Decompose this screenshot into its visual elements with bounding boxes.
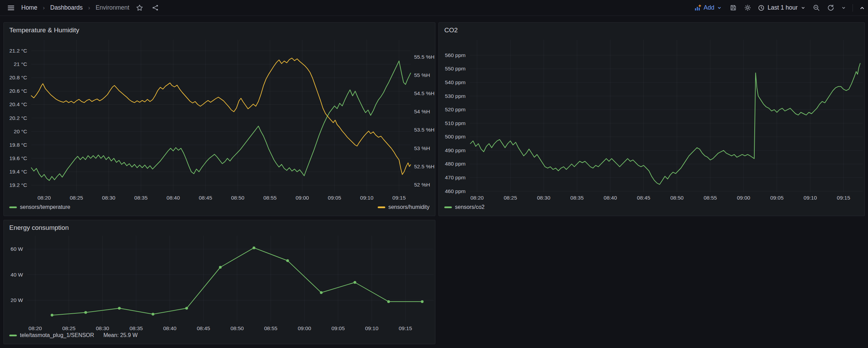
x-axis-tick-label: 08:45 bbox=[630, 195, 658, 201]
x-axis-tick-label: 08:50 bbox=[663, 195, 691, 201]
breadcrumb-home[interactable]: Home bbox=[21, 4, 37, 11]
time-range-label: Last 1 hour bbox=[767, 4, 798, 11]
caret-up-icon[interactable] bbox=[858, 2, 867, 13]
right-y-axis-tick-label: 52 %H bbox=[414, 182, 430, 188]
right-y-axis-tick-label: 55 %H bbox=[414, 72, 430, 78]
bar-chart-plus-icon bbox=[694, 4, 701, 11]
x-axis-tick-label: 08:40 bbox=[596, 195, 624, 201]
x-axis-tick-label: 08:30 bbox=[95, 195, 123, 201]
zoom-out-icon[interactable] bbox=[811, 2, 822, 13]
legend-item-tele/tasmota_plug_1/SENSOR[interactable]: tele/tasmota_plug_1/SENSORMean: 25.9 W bbox=[9, 332, 138, 338]
legend-series-name: sensors/co2 bbox=[455, 204, 484, 210]
menu-icon[interactable] bbox=[5, 2, 16, 13]
x-axis-tick-label: 08:50 bbox=[224, 195, 251, 201]
nav-divider bbox=[853, 4, 853, 12]
y-axis-tick-label: 550 ppm bbox=[445, 66, 466, 72]
legend-item-sensors/co2[interactable]: sensors/co2 bbox=[444, 204, 484, 210]
save-icon[interactable] bbox=[728, 2, 739, 13]
x-axis-tick-label: 08:55 bbox=[697, 195, 724, 201]
x-axis-tick-label: 08:45 bbox=[190, 325, 217, 332]
y-axis-tick-label: 530 ppm bbox=[445, 93, 466, 99]
legend-mean-stat: Mean: 25.9 W bbox=[103, 332, 138, 338]
refresh-icon[interactable] bbox=[825, 2, 836, 13]
series-point bbox=[354, 281, 356, 284]
x-axis-tick-label: 09:05 bbox=[324, 325, 352, 332]
series-point bbox=[320, 291, 323, 294]
y-axis-tick-label: 40 W bbox=[11, 272, 23, 278]
y-axis-tick-label: 60 W bbox=[11, 246, 23, 252]
series-point bbox=[51, 314, 54, 316]
breadcrumb-separator: › bbox=[42, 4, 46, 11]
time-range-picker[interactable]: Last 1 hour bbox=[756, 4, 807, 11]
x-axis-tick-label: 08:35 bbox=[127, 195, 155, 201]
x-axis-tick-label: 08:35 bbox=[563, 195, 591, 201]
x-axis-tick-label: 08:40 bbox=[156, 325, 184, 332]
chart-plot-area[interactable] bbox=[4, 23, 436, 216]
y-axis-tick-label: 21.2 °C bbox=[9, 48, 27, 54]
x-axis-tick-label: 09:05 bbox=[321, 195, 348, 201]
chart-plot-area[interactable] bbox=[439, 23, 865, 216]
x-axis-tick-label: 09:10 bbox=[797, 195, 824, 201]
right-y-axis-tick-label: 55.5 %H bbox=[414, 54, 434, 60]
top-nav-bar: Home › Dashboards › Environment Add Last… bbox=[0, 0, 868, 16]
series-point bbox=[387, 300, 390, 303]
breadcrumb-current-environment: Environment bbox=[95, 4, 129, 11]
panel-energy-consumption: Energy consumption 60 W40 W20 W08:2008:2… bbox=[3, 220, 435, 344]
series-point bbox=[185, 307, 188, 310]
x-axis-tick-label: 08:55 bbox=[257, 325, 285, 332]
y-axis-tick-label: 19.2 °C bbox=[9, 182, 27, 188]
breadcrumb-dashboards[interactable]: Dashboards bbox=[50, 4, 82, 11]
right-y-axis-tick-label: 53.5 %H bbox=[414, 127, 434, 133]
x-axis-tick-label: 09:15 bbox=[392, 325, 419, 332]
legend-series-name: sensors/humidity bbox=[388, 204, 430, 210]
share-icon[interactable] bbox=[150, 2, 161, 13]
x-axis-tick-label: 08:50 bbox=[224, 325, 251, 332]
x-axis-tick-label: 08:25 bbox=[55, 325, 83, 332]
y-axis-tick-label: 19.8 °C bbox=[9, 142, 27, 148]
x-axis-tick-label: 09:10 bbox=[358, 325, 386, 332]
series-point bbox=[219, 266, 222, 269]
legend: sensors/temperaturesensors/humidity bbox=[9, 204, 430, 210]
y-axis-tick-label: 560 ppm bbox=[445, 52, 466, 58]
y-axis-tick-label: 460 ppm bbox=[445, 188, 466, 194]
x-axis-tick-label: 09:00 bbox=[291, 325, 318, 332]
x-axis-tick-label: 08:20 bbox=[31, 195, 58, 201]
x-axis-tick-label: 09:10 bbox=[353, 195, 380, 201]
panel-temperature-humidity: Temperature & Humidity 21.2 °C21 °C20.8 … bbox=[3, 22, 435, 216]
breadcrumb-separator: › bbox=[88, 4, 91, 11]
refresh-interval-chevron-icon[interactable] bbox=[840, 2, 848, 13]
right-y-axis-tick-label: 52.5 %H bbox=[414, 164, 434, 170]
y-axis-tick-label: 20 °C bbox=[14, 128, 27, 135]
y-axis-tick-label: 20.8 °C bbox=[9, 75, 27, 81]
settings-icon[interactable] bbox=[742, 2, 753, 13]
x-axis-tick-label: 09:15 bbox=[830, 195, 857, 201]
legend: sensors/co2 bbox=[444, 204, 859, 210]
x-axis-tick-label: 08:30 bbox=[89, 325, 116, 332]
x-axis-tick-label: 08:25 bbox=[496, 195, 524, 201]
x-axis-tick-label: 08:35 bbox=[123, 325, 150, 332]
y-axis-tick-label: 510 ppm bbox=[445, 120, 466, 126]
y-axis-tick-label: 20 W bbox=[11, 297, 23, 303]
energy-consumption-chart: 60 W40 W20 W08:2008:2508:3008:3508:4008:… bbox=[4, 220, 435, 344]
clock-icon bbox=[758, 4, 765, 11]
series-point bbox=[421, 300, 424, 303]
y-axis-tick-label: 20.4 °C bbox=[9, 101, 27, 108]
series-point bbox=[286, 259, 289, 262]
y-axis-tick-label: 19.4 °C bbox=[9, 169, 27, 175]
star-icon[interactable] bbox=[134, 2, 145, 13]
legend-series-marker bbox=[378, 206, 385, 208]
legend-item-sensors/temperature[interactable]: sensors/temperature bbox=[9, 204, 70, 210]
x-axis-tick-label: 08:45 bbox=[192, 195, 219, 201]
y-axis-tick-label: 500 ppm bbox=[445, 134, 466, 140]
co2-chart: 560 ppm550 ppm540 ppm530 ppm520 ppm510 p… bbox=[439, 23, 865, 216]
add-button[interactable]: Add bbox=[692, 4, 724, 11]
legend-series-name: tele/tasmota_plug_1/SENSOR bbox=[20, 332, 94, 338]
y-axis-tick-label: 19.6 °C bbox=[9, 155, 27, 161]
legend-item-sensors/humidity[interactable]: sensors/humidity bbox=[378, 204, 430, 210]
x-axis-tick-label: 09:05 bbox=[763, 195, 791, 201]
add-button-label: Add bbox=[704, 4, 714, 11]
y-axis-tick-label: 20.2 °C bbox=[9, 115, 27, 121]
series-line-sensors/co2 bbox=[470, 64, 860, 184]
series-point bbox=[253, 246, 255, 249]
right-y-axis-tick-label: 54.5 %H bbox=[414, 90, 434, 97]
